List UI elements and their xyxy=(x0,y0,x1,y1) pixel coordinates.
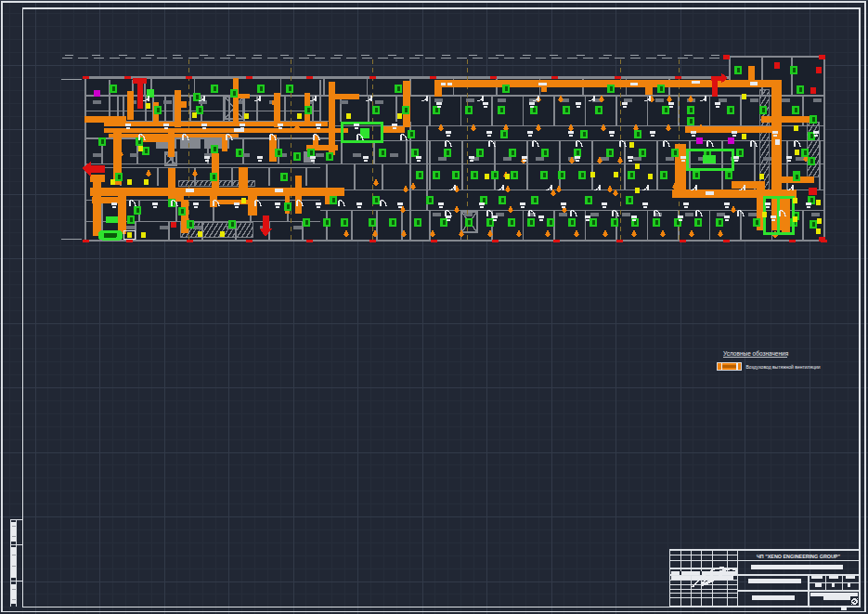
svg-text:Воздуховод вытяжной вентиляции: Воздуховод вытяжной вентиляции xyxy=(746,364,821,370)
svg-text:Условные обозначения: Условные обозначения xyxy=(723,350,789,357)
svg-text:ЧП "XENO ENGINEERING GROUP": ЧП "XENO ENGINEERING GROUP" xyxy=(757,554,840,559)
